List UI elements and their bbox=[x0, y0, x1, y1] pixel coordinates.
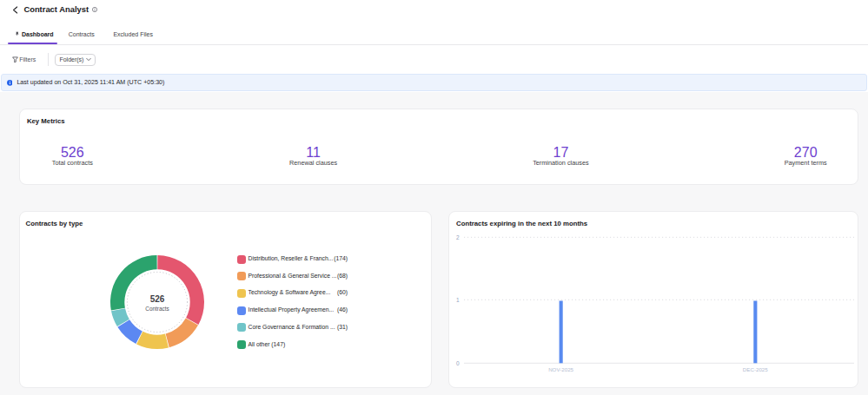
svg-text:1: 1 bbox=[456, 297, 460, 303]
svg-text:2: 2 bbox=[456, 234, 460, 240]
svg-text:0: 0 bbox=[456, 360, 460, 366]
svg-text:NOV-2025: NOV-2025 bbox=[548, 366, 573, 372]
svg-text:DEC-2025: DEC-2025 bbox=[743, 366, 768, 372]
